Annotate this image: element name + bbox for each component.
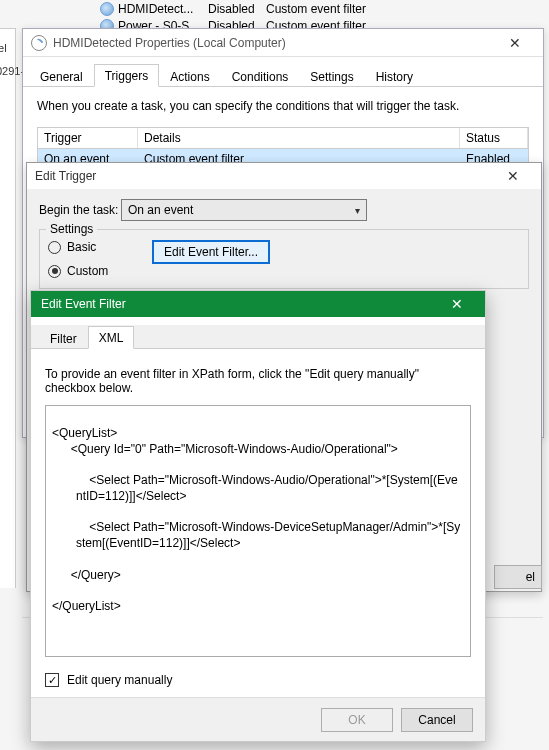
fragment-button[interactable]: el [494,565,542,589]
close-icon[interactable]: ✕ [439,296,475,312]
combo-value: On an event [128,203,193,217]
radio-basic-label: Basic [67,240,96,254]
radio-icon [48,265,61,278]
eef-titlebar[interactable]: Edit Event Filter ✕ [31,291,485,317]
settings-legend: Settings [46,222,97,236]
begin-task-label: Begin the task: [39,203,121,217]
task-trigger: Custom event filter [266,2,549,16]
edit-manually-checkbox[interactable]: ✓ [45,673,59,687]
eef-title: Edit Event Filter [41,297,126,311]
col-trigger[interactable]: Trigger [38,128,138,148]
col-details[interactable]: Details [138,128,460,148]
radio-basic[interactable]: Basic [48,240,134,254]
cancel-button[interactable]: Cancel [401,708,473,732]
tab-settings[interactable]: Settings [299,65,364,87]
left-frag-text2: 0291- [0,65,24,77]
edit-trigger-title: Edit Trigger [35,169,96,183]
tab-filter[interactable]: Filter [39,327,88,349]
task-row[interactable]: HDMIDetect... Disabled Custom event filt… [100,0,549,17]
eef-tabstrip: Filter XML [31,325,485,349]
radio-custom-label: Custom [67,264,108,278]
edit-trigger-titlebar[interactable]: Edit Trigger ✕ [27,163,541,189]
tab-history[interactable]: History [365,65,424,87]
begin-task-combo[interactable]: On an event ▾ [121,199,367,221]
tab-general[interactable]: General [29,65,94,87]
edit-manually-label: Edit query manually [67,673,172,687]
titlebar[interactable]: HDMIDetected Properties (Local Computer)… [23,29,543,57]
radio-icon [48,241,61,254]
task-icon [100,2,114,16]
ok-button[interactable]: OK [321,708,393,732]
close-icon[interactable]: ✕ [495,30,535,56]
trigger-hint: When you create a task, you can specify … [37,99,529,113]
tab-actions[interactable]: Actions [159,65,220,87]
left-frag-text: nel [0,42,7,54]
left-fragment [0,28,16,588]
close-icon[interactable]: ✕ [493,168,533,184]
edit-event-filter-button[interactable]: Edit Event Filter... [152,240,270,264]
window-icon [31,35,47,51]
tab-xml[interactable]: XML [88,326,135,349]
radio-custom[interactable]: Custom [48,264,134,278]
eef-hint: To provide an event filter in XPath form… [45,367,471,395]
tabstrip: General Triggers Actions Conditions Sett… [23,63,543,87]
chevron-down-icon: ▾ [355,205,360,216]
task-name: HDMIDetect... [118,2,208,16]
col-status[interactable]: Status [460,128,528,148]
xml-textbox[interactable]: <QueryList> <Query Id="0" Path="Microsof… [45,405,471,657]
edit-event-filter-dialog: Edit Event Filter ✕ Filter XML To provid… [30,290,486,742]
tab-triggers[interactable]: Triggers [94,64,160,87]
settings-fieldset: Settings Basic Custom Edit Event Filter.… [39,229,529,289]
window-title: HDMIDetected Properties (Local Computer) [53,36,286,50]
task-status: Disabled [208,2,266,16]
tab-conditions[interactable]: Conditions [221,65,300,87]
